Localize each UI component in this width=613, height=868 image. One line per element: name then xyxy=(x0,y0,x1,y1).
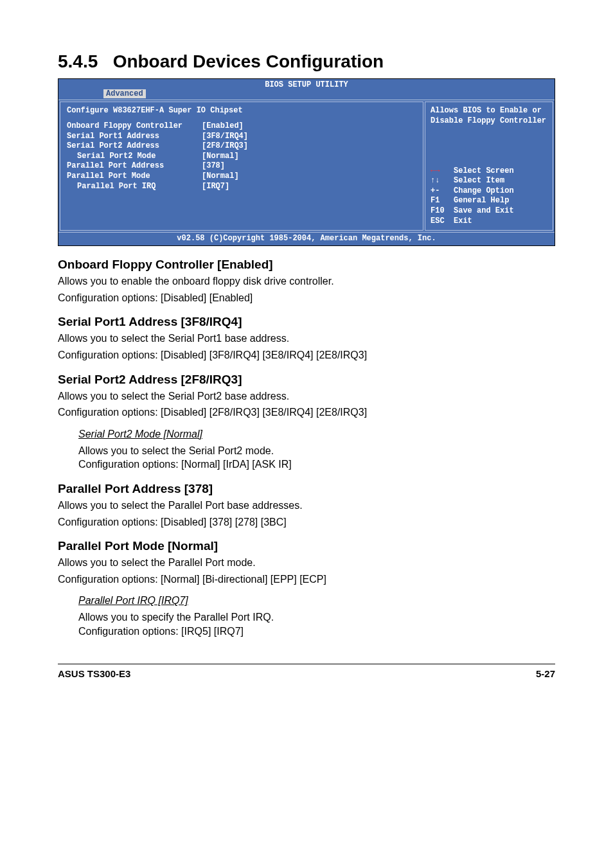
cfg-value: [Enabled] xyxy=(202,121,416,132)
cfg-value: [3F8/IRQ4] xyxy=(202,132,416,142)
table-row[interactable]: Serial Port2 Address [2F8/IRQ3] xyxy=(67,141,416,152)
cfg-value: [378] xyxy=(202,161,416,172)
body-text: Configuration options: [IRQ5] [IRQ7] xyxy=(78,624,555,639)
nav-key: ESC xyxy=(431,217,449,227)
cfg-value: [IRQ7] xyxy=(202,182,416,192)
nav-label: Select Item xyxy=(454,176,504,186)
body-text: Configuration options: [Disabled] [3F8/I… xyxy=(58,348,555,362)
subheading-serial2mode: Serial Port2 Mode [Normal] xyxy=(78,429,555,440)
bios-footer: v02.58 (C)Copyright 1985-2004, American … xyxy=(58,232,555,245)
section-title: Onboard Devices Configuration xyxy=(113,51,384,71)
body-text: Configuration options: [Disabled] [2F8/I… xyxy=(58,405,555,420)
bios-setup-panel: BIOS SETUP UTILITY Advanced Configure W8… xyxy=(58,78,555,246)
heading-floppy: Onboard Floppy Controller [Enabled] xyxy=(58,258,555,272)
nav-key: +- xyxy=(431,186,449,197)
bios-config-pane: Configure W83627EHF-A Super IO Chipset O… xyxy=(60,102,423,231)
cfg-label: Serial Port2 Mode xyxy=(67,152,202,162)
body-text: Configuration options: [Normal] [Bi-dire… xyxy=(58,572,555,587)
page-footer: ASUS TS300-E3 5-27 xyxy=(58,664,555,679)
table-row[interactable]: Serial Port2 Mode [Normal] xyxy=(67,152,416,162)
arrow-ud-icon xyxy=(431,176,449,186)
cfg-label: Parallel Port Address xyxy=(67,161,202,172)
body-text: Allows you to select the Parallel Port m… xyxy=(58,556,555,570)
help-text: Allows BIOS to Enable or Disable Floppy … xyxy=(431,106,547,126)
nav-label: Save and Exit xyxy=(454,206,514,217)
body-text: Configuration options: [Disabled] [Enabl… xyxy=(58,291,555,305)
body-text: Allows you to specify the Parallel Port … xyxy=(78,610,555,624)
body-text: Allows you to select the Parallel Port b… xyxy=(58,499,555,513)
nav-label: Change Option xyxy=(454,186,514,197)
cfg-label: Serial Port1 Address xyxy=(67,132,202,142)
tab-advanced[interactable]: Advanced xyxy=(103,89,146,98)
footer-right: 5-27 xyxy=(536,668,555,679)
arrow-lr-icon xyxy=(431,166,449,177)
table-row[interactable]: Serial Port1 Address [3F8/IRQ4] xyxy=(67,132,416,142)
table-row[interactable]: Parallel Port IRQ [IRQ7] xyxy=(67,182,416,192)
cfg-label: Parallel Port Mode xyxy=(67,172,202,182)
cfg-value: [Normal] xyxy=(202,152,416,162)
body-text: Allows you to select the Serial Port2 ba… xyxy=(58,389,555,403)
heading-serial1: Serial Port1 Address [3F8/IRQ4] xyxy=(58,315,555,329)
bios-help-pane: Allows BIOS to Enable or Disable Floppy … xyxy=(425,102,553,231)
cfg-label: Parallel Port IRQ xyxy=(67,182,202,192)
heading-parallelmode: Parallel Port Mode [Normal] xyxy=(58,539,555,553)
nav-label: Select Screen xyxy=(454,166,514,177)
section-heading: 5.4.5 Onboard Devices Configuration xyxy=(58,51,555,72)
body-text: Configuration options: [Disabled] [378] … xyxy=(58,515,555,529)
subheading-parallelirq: Parallel Port IRQ [IRQ7] xyxy=(78,595,555,607)
nav-help: Select Screen Select Item +-Change Optio… xyxy=(431,166,547,227)
nav-key: F1 xyxy=(431,196,449,206)
table-row[interactable]: Parallel Port Mode [Normal] xyxy=(67,172,416,182)
body-text: Allows you to enable the onboard floppy … xyxy=(58,274,555,288)
body-text: Configuration options: [Normal] [IrDA] [… xyxy=(78,457,555,472)
body-text: Allows you to select the Serial Port2 mo… xyxy=(78,444,555,458)
footer-left: ASUS TS300-E3 xyxy=(58,668,130,679)
table-row[interactable]: Parallel Port Address [378] xyxy=(67,161,416,172)
heading-serial2: Serial Port2 Address [2F8/IRQ3] xyxy=(58,373,555,387)
section-number: 5.4.5 xyxy=(58,51,98,71)
bios-title: BIOS SETUP UTILITY xyxy=(58,79,555,89)
nav-label: General Help xyxy=(454,196,509,206)
body-text: Allows you to select the Serial Port1 ba… xyxy=(58,332,555,346)
cfg-value: [2F8/IRQ3] xyxy=(202,141,416,152)
nav-label: Exit xyxy=(454,217,472,227)
nav-key: F10 xyxy=(431,206,449,217)
config-header: Configure W83627EHF-A Super IO Chipset xyxy=(67,106,416,115)
heading-paralleladdr: Parallel Port Address [378] xyxy=(58,482,555,496)
cfg-label: Onboard Floppy Controller xyxy=(67,121,202,132)
cfg-label: Serial Port2 Address xyxy=(67,141,202,152)
bios-menubar: Advanced xyxy=(58,89,555,98)
table-row[interactable]: Onboard Floppy Controller [Enabled] xyxy=(67,121,416,132)
cfg-value: [Normal] xyxy=(202,172,416,182)
